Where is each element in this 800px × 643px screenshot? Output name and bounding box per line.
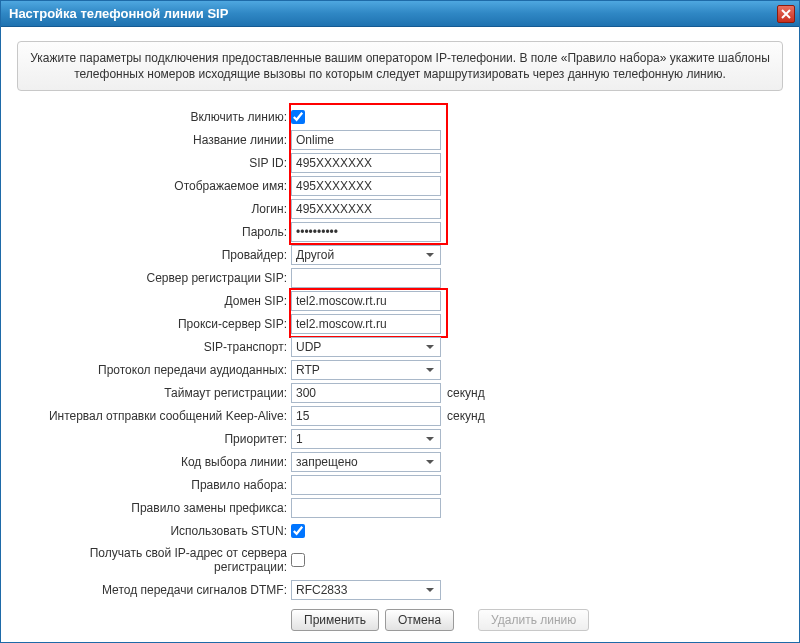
label-transport: SIP-транспорт: — [17, 340, 291, 354]
provider-select[interactable]: Другой — [291, 245, 441, 265]
sipid-input[interactable] — [291, 153, 441, 173]
enable-checkbox[interactable] — [291, 110, 305, 124]
dtmf-select[interactable]: RFC2833 — [291, 580, 441, 600]
keepalive-unit: секунд — [447, 409, 485, 423]
audio-value: RTP — [296, 363, 320, 377]
info-box: Укажите параметры подключения предоставл… — [17, 41, 783, 91]
label-regserver: Сервер регистрации SIP: — [17, 271, 291, 285]
provider-value: Другой — [296, 248, 334, 262]
keepalive-input[interactable] — [291, 406, 441, 426]
name-input[interactable] — [291, 130, 441, 150]
audio-select[interactable]: RTP — [291, 360, 441, 380]
apply-button[interactable]: Применить — [291, 609, 379, 631]
password-input[interactable] — [291, 222, 441, 242]
chevron-down-icon — [422, 431, 438, 447]
label-prefix: Правило замены префикса: — [17, 501, 291, 515]
domain-input[interactable] — [291, 291, 441, 311]
delete-line-button: Удалить линию — [478, 609, 589, 631]
display-input[interactable] — [291, 176, 441, 196]
label-dtmf: Метод передачи сигналов DTMF: — [17, 583, 291, 597]
prefix-input[interactable] — [291, 498, 441, 518]
label-ipfromreg: Получать свой IP-адрес от сервера регист… — [17, 546, 291, 575]
label-enable: Включить линию: — [17, 110, 291, 124]
regserver-input[interactable] — [291, 268, 441, 288]
label-password: Пароль: — [17, 225, 291, 239]
content: Укажите параметры подключения предоставл… — [1, 27, 799, 641]
timeout-unit: секунд — [447, 386, 485, 400]
label-domain: Домен SIP: — [17, 294, 291, 308]
label-linecode: Код выбора линии: — [17, 455, 291, 469]
stun-checkbox[interactable] — [291, 524, 305, 538]
dialog-window: Настройка телефонной линии SIP Укажите п… — [0, 0, 800, 643]
timeout-input[interactable] — [291, 383, 441, 403]
label-name: Название линии: — [17, 133, 291, 147]
transport-value: UDP — [296, 340, 321, 354]
label-priority: Приоритет: — [17, 432, 291, 446]
dialrule-input[interactable] — [291, 475, 441, 495]
label-dialrule: Правило набора: — [17, 478, 291, 492]
window-title: Настройка телефонной линии SIP — [9, 6, 228, 21]
login-input[interactable] — [291, 199, 441, 219]
label-sipid: SIP ID: — [17, 156, 291, 170]
label-display: Отображаемое имя: — [17, 179, 291, 193]
close-icon — [781, 9, 791, 19]
priority-value: 1 — [296, 432, 303, 446]
linecode-select[interactable]: запрещено — [291, 452, 441, 472]
form: Включить линию: Название линии: SIP ID: … — [17, 105, 783, 631]
proxy-input[interactable] — [291, 314, 441, 334]
cancel-button[interactable]: Отмена — [385, 609, 454, 631]
titlebar: Настройка телефонной линии SIP — [1, 1, 799, 27]
priority-select[interactable]: 1 — [291, 429, 441, 449]
chevron-down-icon — [422, 247, 438, 263]
chevron-down-icon — [422, 362, 438, 378]
label-audio: Протокол передачи аудиоданных: — [17, 363, 291, 377]
label-timeout: Таймаут регистрации: — [17, 386, 291, 400]
button-row: Применить Отмена Удалить линию — [291, 609, 783, 631]
chevron-down-icon — [422, 339, 438, 355]
linecode-value: запрещено — [296, 455, 358, 469]
label-keepalive: Интервал отправки сообщений Keep-Alive: — [17, 409, 291, 423]
chevron-down-icon — [422, 582, 438, 598]
label-provider: Провайдер: — [17, 248, 291, 262]
ipfromreg-checkbox[interactable] — [291, 553, 305, 567]
label-proxy: Прокси-сервер SIP: — [17, 317, 291, 331]
label-stun: Использовать STUN: — [17, 524, 291, 538]
label-login: Логин: — [17, 202, 291, 216]
close-button[interactable] — [777, 5, 795, 23]
chevron-down-icon — [422, 454, 438, 470]
transport-select[interactable]: UDP — [291, 337, 441, 357]
dtmf-value: RFC2833 — [296, 583, 347, 597]
